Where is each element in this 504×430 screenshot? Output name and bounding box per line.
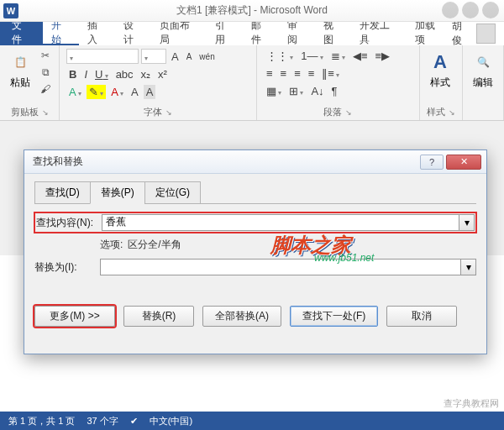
group-styles: A 样式 样式↘ — [420, 45, 463, 120]
tab-addins[interactable]: 加载项 — [407, 22, 452, 45]
strikethrough-button[interactable]: abc — [113, 67, 136, 81]
app-titlebar: W 文档1 [兼容模式] - Microsoft Word — [0, 0, 504, 22]
cancel-button[interactable]: 取消 — [386, 306, 457, 327]
paste-icon: 📋 — [8, 50, 32, 74]
editing-label: 编辑 — [473, 76, 493, 90]
user-account[interactable]: 胡俊 — [452, 22, 504, 45]
status-language[interactable]: 中文(中国) — [150, 415, 192, 427]
replace-dropdown-icon[interactable]: ▾ — [460, 260, 475, 275]
tab-file[interactable]: 文件 — [0, 22, 43, 45]
numbering-button[interactable]: 1— — [298, 49, 325, 63]
font-color-button[interactable]: A — [108, 85, 126, 99]
char-border-button[interactable]: A — [129, 85, 141, 99]
styles-icon: A — [428, 50, 452, 74]
tab-find[interactable]: 查找(D) — [34, 181, 91, 204]
tab-review[interactable]: 审阅 — [279, 22, 315, 45]
styles-group-label: 样式 — [427, 106, 445, 118]
borders-button[interactable]: ⊞ — [286, 84, 306, 98]
align-right-button[interactable]: ≡ — [291, 66, 303, 81]
paragraph-group-label: 段落 — [323, 106, 342, 118]
user-name: 胡俊 — [452, 19, 471, 48]
shading-button[interactable]: ▦ — [264, 84, 284, 98]
italic-button[interactable]: I — [81, 67, 90, 81]
dialog-title: 查找和替换 — [33, 155, 417, 169]
dialog-tabs: 查找(D) 替换(P) 定位(G) — [34, 181, 476, 204]
underline-button[interactable]: U — [92, 67, 111, 81]
paste-button[interactable]: 📋 粘贴 — [7, 49, 34, 92]
copy-icon[interactable]: ⧉ — [39, 66, 52, 79]
styles-button[interactable]: A 样式 — [427, 49, 454, 92]
ribbon: 📋 粘贴 ✂ ⧉ 🖌 剪贴板↘ A A wén B I U — [0, 45, 504, 121]
watermark-corner1: 查字典教程网 — [444, 397, 499, 410]
titlebar-decoration — [442, 2, 499, 18]
tab-layout[interactable]: 页面布局 — [151, 22, 207, 45]
tab-insert[interactable]: 插入 — [79, 22, 115, 45]
status-words[interactable]: 37 个字 — [87, 415, 118, 427]
find-input-value: 香蕉 — [106, 216, 126, 228]
replace-label: 替换为(I): — [34, 260, 97, 275]
font-size-combo[interactable] — [141, 49, 166, 64]
group-paragraph: ⋮⋮ 1— ≣ ◀≡ ≡▶ ≡ ≡ ≡ ≡ ‖≡ ▦ ⊞ A↓ ¶ 段落↘ — [257, 45, 420, 120]
options-label: 选项: — [100, 238, 123, 252]
find-dropdown-icon[interactable]: ▾ — [459, 215, 474, 230]
highlight-button[interactable]: ✎ — [87, 85, 106, 99]
phonetic-icon[interactable]: wén — [197, 51, 217, 62]
replace-input[interactable]: ▾ — [100, 259, 476, 275]
align-center-button[interactable]: ≡ — [278, 66, 290, 81]
group-editing: 🔍 编辑 — [463, 45, 504, 120]
tab-mailings[interactable]: 邮件 — [243, 22, 279, 45]
find-next-button[interactable]: 查找下一处(F) — [290, 306, 378, 327]
cut-icon[interactable]: ✂ — [39, 49, 52, 62]
find-icon: 🔍 — [471, 50, 495, 74]
bold-button[interactable]: B — [66, 67, 79, 81]
decrease-indent-button[interactable]: ◀≡ — [350, 49, 370, 63]
find-label: 查找内容(N): — [36, 216, 98, 230]
line-spacing-button[interactable]: ‖≡ — [319, 66, 342, 81]
subscript-button[interactable]: x₂ — [139, 67, 154, 81]
text-effects-button[interactable]: A — [66, 85, 84, 99]
shrink-font-icon[interactable]: A — [184, 51, 195, 62]
sort-button[interactable]: A↓ — [308, 84, 326, 98]
styles-launcher-icon[interactable]: ↘ — [449, 108, 455, 117]
tab-replace[interactable]: 替换(P) — [90, 181, 145, 204]
group-font: A A wén B I U abc x₂ x² A ✎ A A A 字体↘ — [60, 45, 257, 120]
tab-design[interactable]: 设计 — [115, 22, 151, 45]
align-left-button[interactable]: ≡ — [264, 66, 276, 81]
clipboard-group-label: 剪贴板 — [11, 106, 39, 118]
grow-font-icon[interactable]: A — [169, 50, 181, 64]
status-page[interactable]: 第 1 页，共 1 页 — [8, 415, 75, 427]
find-replace-dialog: 查找和替换 ? ✕ 查找(D) 替换(P) 定位(G) 查找内容(N): 香蕉 … — [24, 149, 487, 354]
find-input[interactable]: 香蕉 ▾ — [102, 214, 475, 231]
tab-references[interactable]: 引用 — [207, 22, 243, 45]
show-marks-button[interactable]: ¶ — [329, 84, 340, 98]
paste-label: 粘贴 — [10, 76, 30, 90]
spellcheck-icon[interactable]: ✔ — [130, 416, 138, 427]
editing-button[interactable]: 🔍 编辑 — [470, 49, 496, 92]
tab-goto[interactable]: 定位(G) — [144, 181, 201, 204]
dialog-titlebar[interactable]: 查找和替换 ? ✕ — [24, 150, 486, 174]
tab-developer[interactable]: 开发工具 — [351, 22, 407, 45]
help-button[interactable]: ? — [420, 155, 444, 170]
superscript-button[interactable]: x² — [155, 67, 170, 81]
format-painter-icon[interactable]: 🖌 — [39, 82, 52, 96]
char-shading-button[interactable]: A — [144, 85, 156, 99]
avatar-icon — [476, 24, 496, 44]
increase-indent-button[interactable]: ≡▶ — [372, 49, 392, 63]
replace-button[interactable]: 替换(R) — [123, 306, 194, 327]
clipboard-launcher-icon[interactable]: ↘ — [42, 108, 49, 117]
replace-all-button[interactable]: 全部替换(A) — [202, 306, 281, 327]
group-clipboard: 📋 粘贴 ✂ ⧉ 🖌 剪贴板↘ — [0, 45, 60, 120]
tab-home[interactable]: 开始 — [43, 22, 79, 45]
paragraph-launcher-icon[interactable]: ↘ — [345, 108, 352, 117]
ribbon-tabs: 文件 开始 插入 设计 页面布局 引用 邮件 审阅 视图 开发工具 加载项 胡俊 — [0, 22, 504, 45]
tab-view[interactable]: 视图 — [315, 22, 351, 45]
status-bar: 第 1 页，共 1 页 37 个字 ✔ 中文(中国) — [0, 412, 504, 430]
justify-button[interactable]: ≡ — [306, 66, 318, 81]
multilevel-button[interactable]: ≣ — [328, 49, 348, 63]
close-button[interactable]: ✕ — [446, 155, 481, 170]
bullets-button[interactable]: ⋮⋮ — [264, 49, 296, 63]
font-launcher-icon[interactable]: ↘ — [165, 108, 172, 117]
font-family-combo[interactable] — [66, 49, 139, 64]
more-button[interactable]: 更多(M) >> — [34, 306, 115, 327]
font-group-label: 字体 — [144, 106, 162, 118]
